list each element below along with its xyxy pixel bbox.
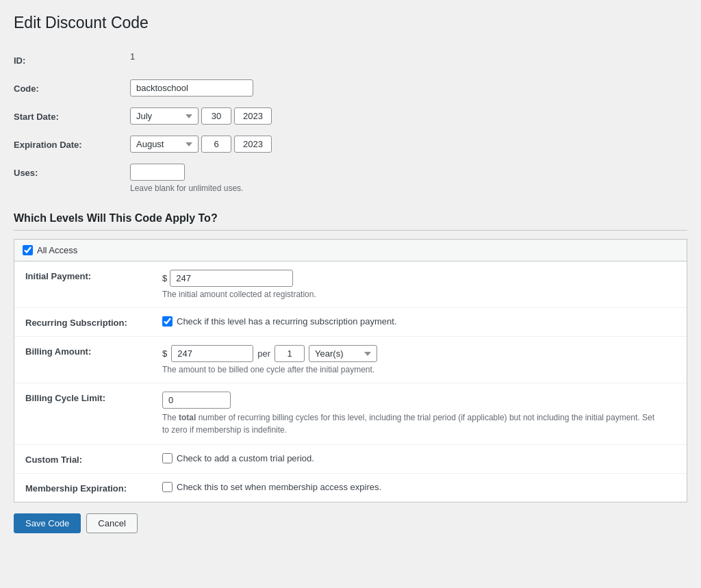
custom-trial-label: Custom Trial: <box>14 445 151 474</box>
membership-expiration-label: Membership Expiration: <box>14 474 151 502</box>
button-row: Save Code Cancel <box>14 502 687 539</box>
level-box: Initial Payment: $ The initial amount co… <box>14 261 687 502</box>
custom-trial-cell: Check to add a custom trial period. <box>151 445 687 474</box>
billing-per-label: per <box>257 348 270 359</box>
initial-payment-input[interactable] <box>170 270 293 287</box>
initial-payment-cell: $ The initial amount collected at regist… <box>151 261 687 308</box>
code-cell <box>130 74 687 102</box>
levels-section: Which Levels Will This Code Apply To? Al… <box>14 212 687 502</box>
save-button[interactable]: Save Code <box>14 513 81 533</box>
start-date-year-input[interactable] <box>234 107 272 125</box>
id-label: ID: <box>14 46 130 74</box>
membership-expiration-text: Check this to set when membership access… <box>177 482 381 492</box>
code-input[interactable] <box>130 79 253 97</box>
uses-input[interactable] <box>130 164 185 181</box>
recurring-subscription-checkbox[interactable] <box>162 316 173 327</box>
start-date-row: Start Date: JanuaryFebruaryMarchAprilMay… <box>14 102 687 130</box>
initial-payment-field-row: $ <box>162 270 676 287</box>
code-row: Code: <box>14 74 687 102</box>
billing-cycle-desc: The total number of recurring billing cy… <box>162 411 655 436</box>
billing-amount-field-row: $ per Day(s)Week(s)Month(s)Year(s) <box>162 345 676 362</box>
custom-trial-text: Check to add a custom trial period. <box>177 453 314 463</box>
all-access-checkbox[interactable] <box>23 245 33 255</box>
billing-amount-input[interactable] <box>171 345 253 362</box>
billing-cycle-label: Billing Cycle Limit: <box>14 383 151 445</box>
expiration-date-month-select[interactable]: JanuaryFebruaryMarchAprilMayJuneJulyAugu… <box>130 136 199 153</box>
custom-trial-field: Check to add a custom trial period. <box>162 453 676 463</box>
recurring-subscription-cell: Check if this level has a recurring subs… <box>151 308 687 337</box>
billing-period-unit-select[interactable]: Day(s)Week(s)Month(s)Year(s) <box>309 345 377 362</box>
membership-expiration-cell: Check this to set when membership access… <box>151 474 687 502</box>
billing-cycle-cell: The total number of recurring billing cy… <box>151 383 687 445</box>
expiration-date-cell: JanuaryFebruaryMarchAprilMayJuneJulyAugu… <box>130 130 687 158</box>
initial-payment-hint: The initial amount collected at registra… <box>162 290 676 299</box>
custom-trial-row: Custom Trial: Check to add a custom tria… <box>14 445 687 474</box>
billing-cycle-bold: total <box>179 413 196 422</box>
uses-row: Uses: Leave blank for unlimited uses. <box>14 158 687 199</box>
id-value: 1 <box>130 46 687 74</box>
billing-amount-row: Billing Amount: $ per Day(s)Week(s)Month… <box>14 337 687 383</box>
billing-cycle-row: Billing Cycle Limit: The total number of… <box>14 383 687 445</box>
levels-section-title: Which Levels Will This Code Apply To? <box>14 212 687 231</box>
billing-amount-cell: $ per Day(s)Week(s)Month(s)Year(s) The a… <box>151 337 687 383</box>
start-date-day-input[interactable] <box>201 107 231 125</box>
recurring-subscription-field: Check if this level has a recurring subs… <box>162 316 676 327</box>
recurring-subscription-label: Recurring Subscription: <box>14 308 151 337</box>
all-access-row: All Access <box>14 239 687 261</box>
expiration-date-row: Expiration Date: JanuaryFebruaryMarchApr… <box>14 130 687 158</box>
start-date-cell: JanuaryFebruaryMarchAprilMayJuneJulyAugu… <box>130 102 687 130</box>
initial-payment-row: Initial Payment: $ The initial amount co… <box>14 261 687 308</box>
uses-cell: Leave blank for unlimited uses. <box>130 158 687 199</box>
expiration-date-fields: JanuaryFebruaryMarchAprilMayJuneJulyAugu… <box>130 136 687 153</box>
billing-amount-label: Billing Amount: <box>14 337 151 383</box>
billing-amount-hint: The amount to be billed one cycle after … <box>162 365 676 374</box>
code-label: Code: <box>14 74 130 102</box>
all-access-label: All Access <box>37 245 77 255</box>
expiration-date-year-input[interactable] <box>234 136 272 153</box>
membership-expiration-field: Check this to set when membership access… <box>162 482 676 492</box>
billing-cycle-input[interactable] <box>162 392 231 409</box>
page-title: Edit Discount Code <box>14 14 687 32</box>
start-date-month-select[interactable]: JanuaryFebruaryMarchAprilMayJuneJulyAugu… <box>130 107 199 125</box>
custom-trial-checkbox[interactable] <box>162 453 173 463</box>
billing-dollar: $ <box>162 348 167 359</box>
expiration-date-label: Expiration Date: <box>14 130 130 158</box>
uses-hint: Leave blank for unlimited uses. <box>130 183 687 193</box>
billing-period-input[interactable] <box>275 345 305 362</box>
start-date-label: Start Date: <box>14 102 130 130</box>
start-date-fields: JanuaryFebruaryMarchAprilMayJuneJulyAugu… <box>130 107 687 125</box>
id-row: ID: 1 <box>14 46 687 74</box>
membership-expiration-checkbox[interactable] <box>162 482 173 492</box>
recurring-subscription-text: Check if this level has a recurring subs… <box>177 316 397 327</box>
initial-payment-dollar: $ <box>162 273 167 283</box>
cancel-button[interactable]: Cancel <box>86 513 137 533</box>
main-form-table: ID: 1 Code: Start Date: JanuaryFebruaryM… <box>14 46 687 199</box>
membership-expiration-row: Membership Expiration: Check this to set… <box>14 474 687 502</box>
level-inner-table: Initial Payment: $ The initial amount co… <box>14 261 687 502</box>
recurring-subscription-row: Recurring Subscription: Check if this le… <box>14 308 687 337</box>
uses-label: Uses: <box>14 158 130 199</box>
initial-payment-label: Initial Payment: <box>14 261 151 308</box>
expiration-date-day-input[interactable] <box>201 136 231 153</box>
